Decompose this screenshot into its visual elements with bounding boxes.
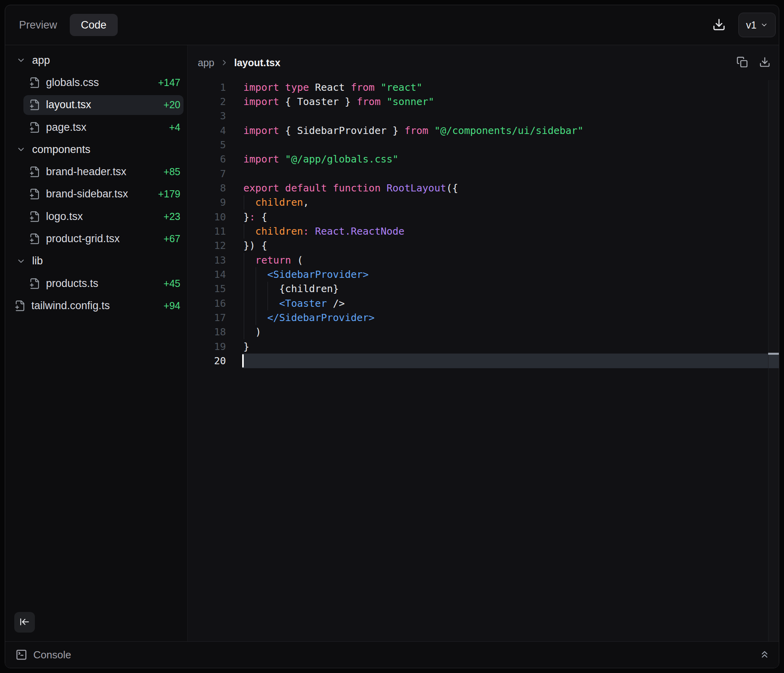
line-number: 9 [188, 197, 226, 208]
tab-preview[interactable]: Preview [19, 14, 57, 36]
download-button[interactable] [712, 18, 726, 33]
code-line-6: 6import "@/app/globals.css" [188, 152, 779, 166]
breadcrumb: app layout.tsx [188, 45, 779, 80]
file-plus-icon [29, 211, 40, 222]
tree-item-label: brand-sidebar.tsx [46, 188, 128, 200]
tree-item-label: logo.tsx [46, 210, 83, 223]
code-line-19: 19} [188, 339, 779, 354]
line-number: 11 [188, 226, 226, 237]
expand-console-button[interactable] [759, 649, 770, 661]
tree-item-label: brand-header.tsx [46, 166, 126, 178]
download-file-button[interactable] [759, 56, 771, 69]
file-plus-icon [29, 166, 40, 178]
line-number: 1 [188, 82, 226, 93]
file-plus-icon [29, 99, 40, 111]
cursor-position-marker [768, 353, 779, 355]
file-plus-icon [29, 188, 40, 200]
code-line-5: 5 [188, 138, 779, 152]
diff-added-badge: +85 [164, 166, 180, 178]
line-number: 17 [188, 312, 226, 323]
file-plus-icon [29, 77, 40, 88]
code-line-8: 8export default function RootLayout({ [188, 181, 779, 195]
code-line-text: }) { [243, 240, 267, 251]
download-icon [759, 56, 771, 69]
tree-item-products.ts[interactable]: products.ts+45 [5, 272, 187, 294]
line-number: 5 [188, 139, 226, 151]
diff-added-badge: +147 [158, 77, 180, 88]
console-bar[interactable]: Console [5, 641, 779, 668]
code-line-text: <SidebarProvider> [243, 269, 369, 280]
code-line-15: 15 {children} [188, 282, 779, 296]
chevron-down-icon [16, 145, 26, 154]
tree-item-components[interactable]: components [5, 138, 187, 161]
chevron-down-icon [760, 21, 768, 29]
console-label: Console [33, 649, 71, 661]
code-line-text: } [243, 341, 249, 352]
diff-added-badge: +179 [158, 188, 180, 200]
code-line-text: }: { [243, 211, 267, 223]
code-line-14: 14 <SidebarProvider> [188, 267, 779, 281]
view-tabs: Preview Code [19, 14, 118, 36]
app-window: Preview Code v1 appglobals.css+147layout… [5, 5, 779, 668]
code-line-2: 2import { Toaster } from "sonner" [188, 94, 779, 109]
code-line-18: 18 ) [188, 325, 779, 339]
code-line-text: children, [243, 197, 309, 208]
tree-item-label: page.tsx [46, 121, 86, 134]
copy-code-button[interactable] [736, 56, 748, 69]
breadcrumb-file: layout.tsx [234, 57, 281, 69]
file-explorer: appglobals.css+147layout.tsx+20page.tsx+… [5, 45, 188, 641]
tree-item-tailwind.config.ts[interactable]: tailwind.config.ts+94 [5, 294, 187, 317]
chevron-down-icon [16, 55, 26, 65]
tree-item-globals.css[interactable]: globals.css+147 [5, 71, 187, 94]
tree-item-layout.tsx[interactable]: layout.tsx+20 [5, 94, 187, 116]
tree-item-brand-header.tsx[interactable]: brand-header.tsx+85 [5, 161, 187, 183]
tree-item-label: products.ts [46, 277, 98, 290]
line-number: 16 [188, 298, 226, 309]
line-number: 8 [188, 182, 226, 194]
tree-item-page.tsx[interactable]: page.tsx+4 [5, 116, 187, 138]
code-line-3: 3 [188, 109, 779, 123]
tree-item-label: lib [32, 255, 43, 267]
line-number: 14 [188, 269, 226, 280]
collapse-sidebar-button[interactable] [14, 612, 35, 633]
tree-item-product-grid.tsx[interactable]: product-grid.tsx+67 [5, 228, 187, 250]
code-line-16: 16 <Toaster /> [188, 296, 779, 310]
tree-item-app[interactable]: app [5, 49, 187, 71]
file-plus-icon [29, 233, 40, 245]
code-line-text: </SidebarProvider> [243, 312, 375, 323]
tab-code[interactable]: Code [70, 14, 118, 36]
tree-item-brand-sidebar.tsx[interactable]: brand-sidebar.tsx+179 [5, 183, 187, 205]
tree-item-logo.tsx[interactable]: logo.tsx+23 [5, 205, 187, 228]
tree-item-label: product-grid.tsx [46, 233, 120, 245]
top-bar-actions: v1 [712, 5, 776, 45]
tree-item-lib[interactable]: lib [5, 250, 187, 272]
code-line-7: 7 [188, 166, 779, 181]
code-line-text: return ( [243, 254, 303, 266]
code-line-text: export default function RootLayout({ [243, 182, 458, 194]
version-dropdown[interactable]: v1 [738, 13, 776, 37]
panel-collapse-icon [19, 617, 30, 628]
code-line-20: 20 [188, 354, 779, 368]
line-number: 20 [188, 355, 226, 367]
chevrons-up-icon [759, 649, 770, 661]
diff-added-badge: +94 [164, 300, 180, 312]
diff-added-badge: +45 [164, 278, 180, 289]
editor-scrollbar-gutter[interactable] [768, 80, 779, 641]
breadcrumb-folder: app [198, 57, 214, 69]
chevron-down-icon [16, 256, 26, 266]
diff-added-badge: +4 [169, 122, 180, 133]
code-line-11: 11 children: React.ReactNode [188, 224, 779, 238]
file-tree: appglobals.css+147layout.tsx+20page.tsx+… [5, 49, 187, 317]
download-icon [712, 18, 726, 33]
file-plus-icon [29, 278, 40, 289]
top-bar: Preview Code v1 [5, 5, 779, 45]
code-line-13: 13 return ( [188, 253, 779, 267]
line-number: 3 [188, 110, 226, 122]
text-cursor [242, 354, 244, 367]
code-editor[interactable]: 1import type React from "react"2import {… [188, 80, 779, 368]
line-number: 4 [188, 125, 226, 136]
diff-added-badge: +20 [164, 99, 180, 111]
version-label: v1 [746, 19, 756, 31]
tree-item-label: globals.css [46, 76, 99, 89]
line-number: 2 [188, 96, 226, 107]
